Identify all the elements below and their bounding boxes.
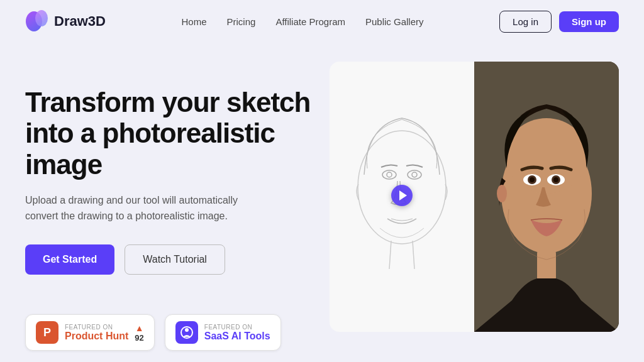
svg-point-15 [530,177,535,182]
hero-left: Transform your sketch into a photorealis… [25,68,314,300]
saas-text: Featured on SaaS AI Tools [204,324,270,342]
logo-text: Draw3D [54,13,106,30]
split-arrow [391,184,413,209]
sketch-half [330,62,474,332]
nav-links: Home Pricing Affiliate Program Public Ga… [182,16,424,27]
ph-icon: P [36,321,58,344]
saas-name: SaaS AI Tools [204,331,270,342]
logo-icon [25,9,49,33]
nav-home[interactable]: Home [182,16,207,27]
navbar: Draw3D Home Pricing Affiliate Program Pu… [0,0,644,43]
badges-row: P FEATURED ON Product Hunt ▲ 92 Featured… [25,314,281,351]
product-hunt-badge[interactable]: P FEATURED ON Product Hunt ▲ 92 [25,314,155,351]
hero-subtitle: Upload a drawing and our tool will autom… [25,192,264,224]
login-button[interactable]: Log in [499,11,552,33]
saas-badge[interactable]: Featured on SaaS AI Tools [165,314,281,351]
hero-title: Transform your sketch into a photorealis… [25,87,314,180]
ph-text: FEATURED ON Product Hunt [65,324,128,342]
hero-buttons: Get Started Watch Tutorial [25,244,314,275]
ph-score-number: 92 [135,333,143,343]
hero-section: Transform your sketch into a photorealis… [0,43,644,351]
saas-featured-label: Featured on [204,324,270,331]
svg-point-19 [497,185,507,202]
svg-point-22 [185,328,189,332]
signup-button[interactable]: Sign up [559,11,619,32]
ph-score: ▲ 92 [135,323,143,343]
svg-point-18 [553,177,558,182]
ph-featured-label: FEATURED ON [65,324,128,331]
hero-image [330,62,619,332]
logo[interactable]: Draw3D [25,9,106,33]
saas-icon [175,321,198,344]
nav-buttons: Log in Sign up [499,11,619,33]
nav-affiliate[interactable]: Affiliate Program [275,16,345,27]
ph-name: Product Hunt [65,331,128,342]
photo-face-svg [474,62,619,332]
svg-point-1 [35,10,48,26]
get-started-button[interactable]: Get Started [25,244,114,275]
nav-pricing[interactable]: Pricing [227,16,256,27]
photo-half [474,62,619,332]
nav-gallery[interactable]: Public Gallery [365,16,424,27]
ph-arrow: ▲ [135,323,144,333]
watch-tutorial-button[interactable]: Watch Tutorial [125,244,225,275]
